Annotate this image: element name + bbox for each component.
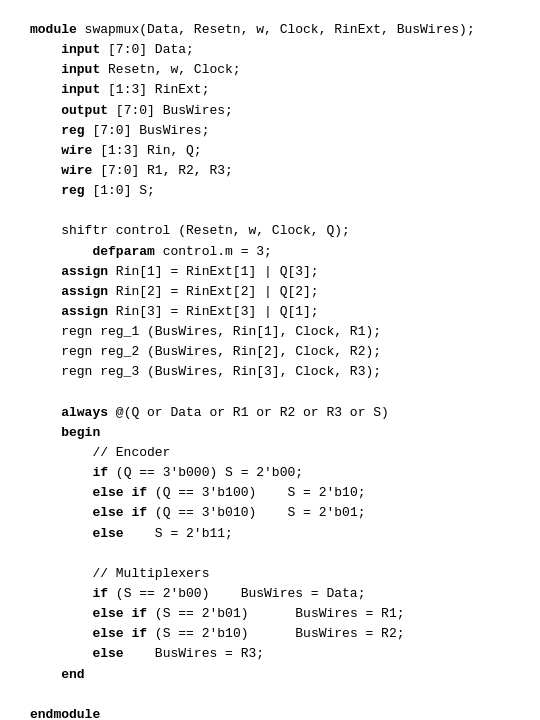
code-line: endmodule [30, 705, 510, 720]
code-line: // Encoder [30, 443, 510, 463]
code-line: module swapmux(Data, Resetn, w, Clock, R… [30, 20, 510, 40]
code-line: if (S == 2'b00) BusWires = Data; [30, 584, 510, 604]
code-line: input [7:0] Data; [30, 40, 510, 60]
code-line: regn reg_3 (BusWires, Rin[3], Clock, R3)… [30, 362, 510, 382]
code-line: assign Rin[2] = RinExt[2] | Q[2]; [30, 282, 510, 302]
code-line: wire [1:3] Rin, Q; [30, 141, 510, 161]
code-block: module swapmux(Data, Resetn, w, Clock, R… [30, 20, 510, 720]
code-line: else S = 2'b11; [30, 524, 510, 544]
code-line: else BusWires = R3; [30, 644, 510, 664]
code-line: else if (Q == 3'b100) S = 2'b10; [30, 483, 510, 503]
code-line: defparam control.m = 3; [30, 242, 510, 262]
code-line [30, 383, 510, 403]
code-line: always @(Q or Data or R1 or R2 or R3 or … [30, 403, 510, 423]
code-line [30, 201, 510, 221]
code-line: reg [1:0] S; [30, 181, 510, 201]
code-line: assign Rin[1] = RinExt[1] | Q[3]; [30, 262, 510, 282]
code-line: reg [7:0] BusWires; [30, 121, 510, 141]
code-line: output [7:0] BusWires; [30, 101, 510, 121]
code-line: // Multiplexers [30, 564, 510, 584]
code-line: else if (S == 2'b01) BusWires = R1; [30, 604, 510, 624]
code-line: input Resetn, w, Clock; [30, 60, 510, 80]
code-line [30, 544, 510, 564]
code-line: else if (S == 2'b10) BusWires = R2; [30, 624, 510, 644]
code-line: input [1:3] RinExt; [30, 80, 510, 100]
code-line: regn reg_1 (BusWires, Rin[1], Clock, R1)… [30, 322, 510, 342]
code-line: end [30, 665, 510, 685]
code-line: wire [7:0] R1, R2, R3; [30, 161, 510, 181]
code-line [30, 685, 510, 705]
code-line: if (Q == 3'b000) S = 2'b00; [30, 463, 510, 483]
code-line: begin [30, 423, 510, 443]
code-line: regn reg_2 (BusWires, Rin[2], Clock, R2)… [30, 342, 510, 362]
code-line: assign Rin[3] = RinExt[3] | Q[1]; [30, 302, 510, 322]
page: module swapmux(Data, Resetn, w, Clock, R… [0, 0, 540, 720]
code-line: shiftr control (Resetn, w, Clock, Q); [30, 221, 510, 241]
code-line: else if (Q == 3'b010) S = 2'b01; [30, 503, 510, 523]
